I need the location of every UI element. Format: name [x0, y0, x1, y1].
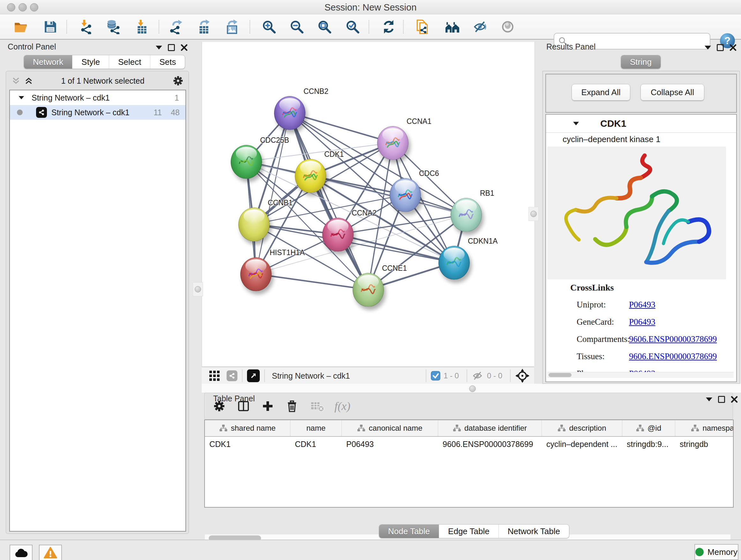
zoom-out-icon[interactable] [289, 19, 305, 35]
crosslink-link[interactable]: P06493 [629, 317, 656, 327]
detach-view-icon[interactable] [247, 369, 260, 382]
column-header-canonical-name[interactable]: canonical name [342, 420, 438, 436]
column-header-database-identifier[interactable]: database identifier [438, 420, 542, 436]
panel-float-icon[interactable] [717, 44, 724, 51]
splitter-knob[interactable] [469, 385, 476, 392]
protein-node-ccna2[interactable] [322, 218, 354, 252]
protein-node-rb1[interactable] [451, 198, 482, 232]
right-splitter-handle[interactable] [529, 207, 539, 221]
export-table-icon[interactable] [196, 19, 212, 35]
network-edge[interactable] [289, 113, 368, 290]
collapse-all-button[interactable]: Collapse All [641, 84, 704, 101]
panel-menu-icon[interactable] [706, 397, 712, 401]
panel-float-icon[interactable] [168, 44, 175, 51]
column-label: namespace [702, 424, 734, 433]
protein-details-scroll[interactable]: CDK1 cyclin–dependent kinase 1 [545, 114, 737, 382]
create-column-icon[interactable] [258, 398, 278, 415]
tab-select[interactable]: Select [109, 55, 150, 69]
hide-selected-icon[interactable] [472, 19, 488, 35]
cell-namespace[interactable]: stringdb [675, 440, 734, 449]
new-network-from-selection-icon[interactable] [415, 19, 431, 35]
import-network-file-icon[interactable] [78, 19, 94, 35]
crosslink-label: GeneCard: [577, 317, 629, 327]
save-session-icon[interactable] [43, 19, 58, 35]
table-row[interactable]: CDK1CDK1P064939606.ENSP00000378699cyclin… [205, 437, 733, 451]
protein-node-ccnb1[interactable] [239, 207, 270, 241]
network-canvas[interactable]: CCNB2CCNA1CDC25BCDK1CDC6RB1CCNB1CCNA2CDK… [202, 42, 535, 367]
results-hscrollbar[interactable] [547, 372, 734, 378]
network-row[interactable]: String Network – cdk1 11 48 [10, 105, 185, 120]
cell-database-identifier[interactable]: 9606.ENSP00000378699 [438, 440, 542, 449]
tab-node-table[interactable]: Node Table [379, 524, 439, 538]
cloud-status-button[interactable] [10, 545, 32, 560]
cell--id[interactable]: stringdb:9... [622, 440, 675, 449]
expand-all-button[interactable]: Expand All [571, 84, 630, 101]
network-edge[interactable] [256, 274, 368, 290]
cell-description[interactable]: cyclin–dependent ... [542, 440, 622, 449]
protein-node-ccnb2[interactable] [274, 96, 306, 130]
panel-close-icon[interactable] [731, 396, 738, 403]
import-table-file-icon[interactable] [134, 19, 150, 35]
node-count: 11 [153, 108, 162, 117]
panel-close-icon[interactable] [181, 44, 188, 51]
tab-network[interactable]: Network [24, 55, 72, 69]
crosslink-link[interactable]: 9606.ENSP00000378699 [629, 352, 717, 361]
protein-node-ccne1[interactable] [353, 273, 384, 307]
node-label-ccna1: CCNA1 [407, 117, 431, 126]
protein-node-ccna1[interactable] [377, 126, 408, 160]
network-collection-row[interactable]: String Network – cdk1 1 [10, 90, 185, 105]
zoom-selected-icon[interactable] [345, 19, 360, 35]
cell-shared-name[interactable]: CDK1 [205, 440, 290, 449]
network-view-icon[interactable] [226, 370, 238, 381]
collapse-protein-icon[interactable] [573, 122, 579, 125]
expand-all-icon[interactable] [24, 77, 33, 85]
horizontal-splitter[interactable] [202, 384, 741, 393]
show-all-icon[interactable] [500, 19, 516, 35]
protein-node-cdk1[interactable] [295, 159, 326, 193]
memory-button[interactable]: Memory [694, 544, 738, 560]
protein-node-hist1h1a[interactable] [240, 257, 272, 291]
panel-menu-icon[interactable] [156, 46, 162, 50]
collapse-all-icon[interactable] [12, 77, 20, 85]
zoom-fit-icon[interactable] [317, 19, 333, 35]
crosslink-link[interactable]: 9606.ENSP00000378699 [629, 334, 717, 344]
tab-string[interactable]: String [621, 55, 661, 69]
apply-layout-icon[interactable] [381, 19, 397, 35]
column-header-namespace[interactable]: namespace [675, 420, 734, 436]
zoom-in-icon[interactable] [261, 19, 277, 35]
column-header-description[interactable]: description [542, 420, 622, 436]
home-icon[interactable] [445, 19, 461, 35]
birdseye-icon[interactable] [515, 368, 530, 383]
node-label-cdc6: CDC6 [419, 169, 439, 178]
results-hscroll-thumb[interactable] [549, 373, 571, 377]
column-header-name[interactable]: name [290, 420, 342, 436]
tab-network-table[interactable]: Network Table [499, 524, 569, 538]
protein-header-row[interactable]: CDK1 [546, 115, 736, 133]
cell-canonical-name[interactable]: P06493 [342, 440, 438, 449]
panel-menu-icon[interactable] [704, 46, 711, 50]
panel-close-icon[interactable] [730, 44, 737, 51]
delete-column-icon[interactable] [282, 398, 302, 415]
export-network-icon[interactable] [169, 19, 185, 35]
protein-node-cdc6[interactable] [390, 178, 421, 212]
tab-style[interactable]: Style [72, 55, 109, 69]
warning-icon [44, 547, 57, 559]
grid-view-icon[interactable] [209, 370, 220, 381]
gear-icon[interactable] [173, 75, 184, 86]
tree-expand-icon[interactable] [19, 96, 24, 99]
column-header-shared-name[interactable]: shared name [205, 420, 290, 436]
warning-status-button[interactable] [39, 545, 62, 560]
cell-name[interactable]: CDK1 [290, 440, 342, 449]
open-session-icon[interactable] [13, 19, 29, 35]
import-network-database-icon[interactable] [105, 19, 121, 35]
protein-node-cdkn1a[interactable] [439, 246, 470, 280]
panel-float-icon[interactable] [718, 396, 725, 403]
left-splitter-handle[interactable] [193, 282, 203, 296]
protein-node-cdc25b[interactable] [231, 145, 262, 179]
column-header--id[interactable]: @id [622, 420, 675, 436]
export-image-icon[interactable] [224, 19, 240, 35]
tab-edge-table[interactable]: Edge Table [439, 524, 499, 538]
crosslink-link[interactable]: P06493 [629, 300, 656, 310]
tab-sets[interactable]: Sets [150, 55, 185, 69]
selected-checkbox-icon[interactable] [431, 371, 441, 381]
